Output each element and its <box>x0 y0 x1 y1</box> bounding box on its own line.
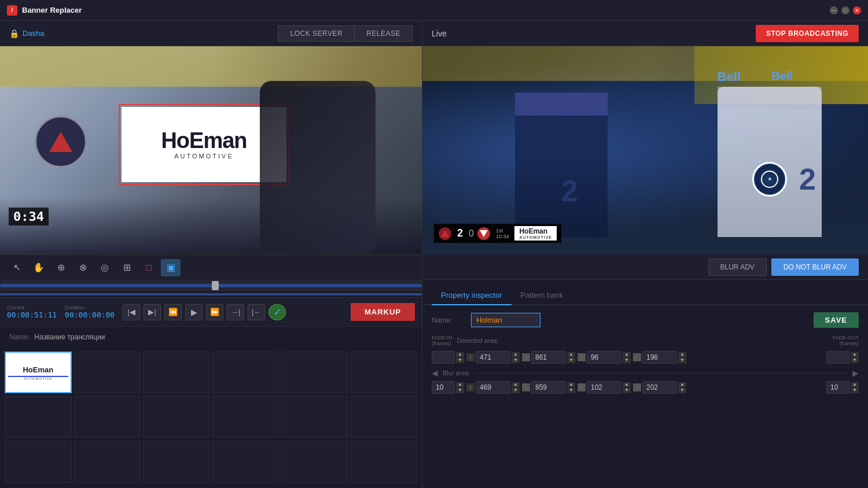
range-track <box>0 293 422 295</box>
blur-w-input[interactable] <box>587 381 621 394</box>
blur-h-down[interactable]: ▼ <box>678 388 686 393</box>
thumbnail-1[interactable]: HoEman AUTOMOTIVE <box>5 352 72 393</box>
fade-in-input[interactable] <box>432 351 455 364</box>
fade-out-input[interactable] <box>826 351 849 364</box>
markup-button[interactable]: MARKUP <box>351 303 415 321</box>
blur-h-input[interactable] <box>642 381 677 394</box>
blur-right-down[interactable]: ▼ <box>851 388 859 393</box>
blur-left-input[interactable] <box>432 381 455 394</box>
thumbnail-11[interactable] <box>281 396 348 438</box>
blur-adv-button[interactable]: BLUR ADV <box>708 258 767 276</box>
do-not-blur-adv-button[interactable]: DO NOT BLUR ADV <box>771 258 859 276</box>
release-button[interactable]: RELEASE <box>354 25 413 42</box>
pan-tool[interactable]: ◎ <box>95 259 115 276</box>
x1-input[interactable] <box>476 351 510 364</box>
dark-overlay <box>260 81 376 254</box>
thumbnail-17[interactable] <box>281 441 348 483</box>
thumbnail-10[interactable] <box>212 396 279 438</box>
play-button[interactable]: ▶ <box>185 304 203 320</box>
fade-out-down[interactable]: ▼ <box>851 358 859 363</box>
thumbnail-18[interactable] <box>351 441 418 483</box>
w-input[interactable] <box>587 351 621 364</box>
y1-up[interactable]: ▲ <box>567 352 575 357</box>
blur-y1-down[interactable]: ▼ <box>567 388 575 393</box>
blur-y1-input[interactable] <box>531 381 566 394</box>
bell-logo-2: Bell <box>771 69 793 83</box>
thumbnail-3[interactable] <box>143 352 210 393</box>
tab-property-inspector[interactable]: Property inspector <box>432 285 512 305</box>
mark-out-button[interactable]: |← <box>248 304 265 320</box>
maximize-button[interactable]: □ <box>841 6 849 14</box>
blur-left-up[interactable]: ▲ <box>456 382 464 387</box>
thumbnail-13[interactable] <box>5 441 72 483</box>
blur-controls: BLUR ADV DO NOT BLUR ADV <box>422 254 868 280</box>
blur-w-up[interactable]: ▲ <box>623 382 631 387</box>
blur-y1-up[interactable]: ▲ <box>567 382 575 387</box>
x1-up[interactable]: ▲ <box>512 352 520 357</box>
h-input[interactable] <box>642 351 677 364</box>
view-tool[interactable]: ⊞ <box>117 259 137 276</box>
lock-server-button[interactable]: LOCK SERVER <box>278 25 354 42</box>
thumbnail-6[interactable] <box>351 352 418 393</box>
left-header: 🔒 Dasha LOCK SERVER RELEASE <box>0 21 422 46</box>
tab-pattern-bank[interactable]: Pattern bank <box>512 285 573 305</box>
rect-tool[interactable]: □ <box>139 259 159 276</box>
y1-input[interactable] <box>531 351 566 364</box>
blur-area-row: ◀ Blur area: ▶ <box>432 368 859 378</box>
jersey-number: 2 <box>799 162 816 197</box>
thumbnail-15[interactable] <box>143 441 210 483</box>
step-back-button[interactable]: ⏪ <box>164 304 182 320</box>
confirm-button[interactable]: ✓ <box>269 304 286 320</box>
zoom-area-tool[interactable]: ⊗ <box>73 259 93 276</box>
stop-broadcasting-button[interactable]: STOP BROADCASTING <box>756 25 859 42</box>
blur-x1-down[interactable]: ▼ <box>512 388 520 393</box>
duration-label: Duration <box>65 305 115 310</box>
thumbnail-2[interactable] <box>74 352 141 393</box>
blur-h-spinner: ▲ ▼ <box>678 382 686 393</box>
thumbnail-12[interactable] <box>351 396 418 438</box>
move-tool[interactable]: ✋ <box>29 259 49 276</box>
frame-tool[interactable]: ▣ <box>161 259 181 276</box>
mark-in-button[interactable]: →| <box>227 304 244 320</box>
blur-x1-up[interactable]: ▲ <box>512 382 520 387</box>
name-input[interactable] <box>471 313 540 327</box>
w-down[interactable]: ▼ <box>623 358 631 363</box>
blur-w-down[interactable]: ▼ <box>623 388 631 393</box>
thumbnail-8[interactable] <box>74 396 141 438</box>
goto-start-button[interactable]: |◀ <box>123 304 140 320</box>
step-forward-button[interactable]: ⏩ <box>206 304 223 320</box>
timeline-track[interactable] <box>0 280 422 291</box>
zoom-tool[interactable]: ⊕ <box>51 259 71 276</box>
holman-thumb-logo: HoEman <box>8 364 68 377</box>
blur-right-up[interactable]: ▲ <box>851 382 859 387</box>
blur-x1-group: I ▲ ▼ <box>466 381 520 394</box>
thumbnail-4[interactable] <box>212 352 279 393</box>
close-button[interactable]: ✕ <box>853 6 861 14</box>
thumbnail-9[interactable] <box>143 396 210 438</box>
h-up[interactable]: ▲ <box>678 352 686 357</box>
blur-right-input[interactable] <box>826 381 849 394</box>
timeline-thumb[interactable] <box>212 281 219 290</box>
thumbnail-16[interactable] <box>212 441 279 483</box>
blur-y1-group: I ▲ ▼ <box>522 381 575 394</box>
blur-x1-input[interactable] <box>476 381 510 394</box>
score-holman-sub: AUTOMOTIVE <box>519 235 552 239</box>
fade-out-up[interactable]: ▲ <box>851 352 859 357</box>
goto-end-button[interactable]: ▶| <box>144 304 161 320</box>
h-down[interactable]: ▼ <box>678 358 686 363</box>
home-team-triangle <box>441 230 449 237</box>
x1-down[interactable]: ▼ <box>512 358 520 363</box>
save-button[interactable]: SAVE <box>814 312 859 328</box>
fade-in-up[interactable]: ▲ <box>456 352 464 357</box>
blur-left-down[interactable]: ▼ <box>456 388 464 393</box>
blur-h-up[interactable]: ▲ <box>678 382 686 387</box>
y1-down[interactable]: ▼ <box>567 358 575 363</box>
user-button[interactable]: 🔒 Dasha <box>9 29 45 38</box>
fade-in-down[interactable]: ▼ <box>456 358 464 363</box>
thumbnail-5[interactable] <box>281 352 348 393</box>
thumbnail-7[interactable] <box>5 396 72 438</box>
w-up[interactable]: ▲ <box>623 352 631 357</box>
minimize-button[interactable]: — <box>830 6 838 14</box>
thumbnail-14[interactable] <box>74 441 141 483</box>
select-tool[interactable]: ↖ <box>7 259 27 276</box>
